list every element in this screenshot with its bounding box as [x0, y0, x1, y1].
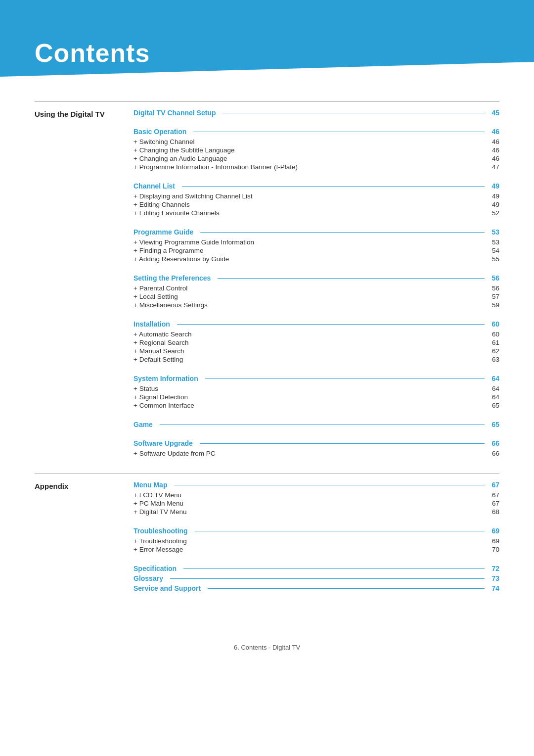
header-band: Contents — [0, 0, 534, 77]
toc-item-page-0-1-0: 46 — [492, 138, 499, 145]
toc-header-page-0-4: 56 — [488, 274, 499, 282]
toc-item-0-5-2: + Manual Search62 — [134, 347, 499, 355]
toc-header-title-1-0: Menu Map — [134, 481, 171, 489]
toc-item-page-0-2-1: 49 — [492, 201, 499, 208]
toc-item-text-0-3-0: + Viewing Programme Guide Information — [134, 238, 254, 246]
toc-item-0-2-2: + Editing Favourite Channels52 — [134, 209, 499, 217]
toc-item-page-1-1-1: 70 — [492, 546, 499, 553]
toc-header-line-1-1 — [195, 531, 485, 531]
toc-item-text-0-5-1: + Regional Search — [134, 339, 188, 346]
toc-item-0-4-1: + Local Setting57 — [134, 292, 499, 301]
toc-item-0-5-0: + Automatic Search60 — [134, 330, 499, 338]
toc-simple-1-1: Glossary73 — [134, 574, 499, 582]
toc-header-line-0-1 — [193, 132, 485, 132]
toc-item-page-0-5-3: 63 — [492, 356, 499, 363]
toc-item-text-0-4-2: + Miscellaneous Settings — [134, 301, 208, 309]
toc-item-text-0-3-2: + Adding Reservations by Guide — [134, 255, 229, 263]
toc-item-page-0-4-0: 56 — [492, 284, 499, 292]
toc-header-0-2: Channel List49 — [134, 182, 499, 190]
toc-header-title-0-7: Game — [134, 421, 157, 428]
toc-item-0-6-1: + Signal Detection64 — [134, 393, 499, 401]
toc-item-text-0-6-0: + Status — [134, 385, 158, 392]
toc-item-text-1-1-1: + Error Message — [134, 546, 183, 553]
toc-group-0-0: Digital TV Channel Setup45 — [134, 109, 499, 117]
toc-item-page-1-0-0: 67 — [492, 491, 499, 499]
toc-header-title-0-8: Software Upgrade — [134, 439, 197, 447]
toc-simple-1-0: Specification72 — [134, 565, 499, 572]
toc-header-0-4: Setting the Preferences56 — [134, 274, 499, 282]
toc-header-page-0-1: 46 — [488, 128, 499, 136]
toc-item-page-0-4-2: 59 — [492, 301, 499, 309]
toc-item-0-1-3: + Programme Information - Information Ba… — [134, 163, 499, 171]
toc-header-1-1: Troubleshooting69 — [134, 527, 499, 535]
toc-header-page-0-5: 60 — [488, 320, 499, 328]
toc-group-1-1: Troubleshooting69+ Troubleshooting69+ Er… — [134, 527, 499, 554]
toc-header-line-0-6 — [205, 378, 485, 379]
toc-item-text-0-2-0: + Displaying and Switching Channel List — [134, 192, 253, 200]
toc-header-line-0-5 — [177, 324, 485, 325]
toc-item-page-0-2-0: 49 — [492, 192, 499, 200]
toc-item-page-0-1-1: 46 — [492, 146, 499, 154]
toc-item-page-0-3-1: 54 — [492, 247, 499, 254]
toc-item-1-1-1: + Error Message70 — [134, 545, 499, 554]
toc-item-page-0-1-3: 47 — [492, 163, 499, 171]
toc-header-0-6: System Information64 — [134, 375, 499, 382]
toc-item-text-0-4-0: + Parental Control — [134, 284, 187, 292]
toc-simple-title-1-1: Glossary — [134, 574, 167, 582]
toc-item-page-0-5-2: 62 — [492, 347, 499, 355]
toc-simple-title-1-2: Service and Support — [134, 584, 205, 592]
toc-item-text-0-4-1: + Local Setting — [134, 293, 178, 300]
toc-header-0-8: Software Upgrade66 — [134, 439, 499, 447]
toc-group-0-8: Software Upgrade66+ Software Update from… — [134, 439, 499, 458]
toc-header-0-3: Programme Guide53 — [134, 228, 499, 236]
toc-item-0-8-0: + Software Update from PC66 — [134, 449, 499, 458]
toc-item-page-0-5-1: 61 — [492, 339, 499, 346]
section-content-1: Menu Map67+ LCD TV Menu67+ PC Main Menu6… — [134, 481, 499, 594]
toc-simple-line-1-0 — [183, 568, 485, 569]
toc-item-0-5-1: + Regional Search61 — [134, 338, 499, 347]
toc-item-text-0-2-2: + Editing Favourite Channels — [134, 209, 220, 217]
toc-item-text-1-0-1: + PC Main Menu — [134, 500, 183, 507]
toc-header-page-0-2: 49 — [488, 182, 499, 190]
toc-item-1-0-1: + PC Main Menu67 — [134, 499, 499, 508]
toc-item-text-0-5-2: + Manual Search — [134, 347, 184, 355]
toc-header-title-0-2: Channel List — [134, 182, 179, 190]
toc-header-0-5: Installation60 — [134, 320, 499, 328]
toc-item-0-1-2: + Changing an Audio Language46 — [134, 154, 499, 163]
toc-header-0-7: Game65 — [134, 421, 499, 428]
toc-item-text-0-1-2: + Changing an Audio Language — [134, 155, 227, 162]
toc-header-page-0-6: 64 — [488, 375, 499, 382]
toc-header-title-0-0: Digital TV Channel Setup — [134, 109, 220, 117]
toc-header-title-0-5: Installation — [134, 320, 174, 328]
section-1: AppendixMenu Map67+ LCD TV Menu67+ PC Ma… — [35, 473, 499, 594]
toc-item-text-1-1-0: + Troubleshooting — [134, 537, 187, 545]
toc-item-1-1-0: + Troubleshooting69 — [134, 537, 499, 545]
toc-item-text-0-5-3: + Default Setting — [134, 356, 183, 363]
section-content-0: Digital TV Channel Setup45Basic Operatio… — [134, 109, 499, 469]
toc-item-page-1-1-0: 69 — [492, 537, 499, 545]
toc-item-0-6-0: + Status64 — [134, 384, 499, 393]
toc-header-page-0-3: 53 — [488, 228, 499, 236]
toc-item-text-0-8-0: + Software Update from PC — [134, 450, 215, 457]
toc-item-0-3-0: + Viewing Programme Guide Information53 — [134, 238, 499, 246]
toc-item-page-0-6-1: 64 — [492, 393, 499, 401]
toc-group-0-5: Installation60+ Automatic Search60+ Regi… — [134, 320, 499, 364]
toc-header-title-0-6: System Information — [134, 375, 202, 382]
toc-item-text-0-2-1: + Editing Channels — [134, 201, 190, 208]
toc-group-1-0: Menu Map67+ LCD TV Menu67+ PC Main Menu6… — [134, 481, 499, 516]
toc-header-page-0-0: 45 — [488, 109, 499, 117]
toc-simple-title-1-0: Specification — [134, 565, 180, 572]
toc-item-page-0-1-2: 46 — [492, 155, 499, 162]
toc-item-page-0-2-2: 52 — [492, 209, 499, 217]
toc-header-1-0: Menu Map67 — [134, 481, 499, 489]
toc-simple-1-2: Service and Support74 — [134, 584, 499, 592]
toc-item-0-4-2: + Miscellaneous Settings59 — [134, 301, 499, 309]
toc-item-page-0-6-0: 64 — [492, 385, 499, 392]
toc-item-0-2-1: + Editing Channels49 — [134, 200, 499, 209]
toc-item-0-1-1: + Changing the Subtitle Language46 — [134, 146, 499, 154]
toc-header-title-1-1: Troubleshooting — [134, 527, 192, 535]
toc-item-page-0-6-2: 65 — [492, 402, 499, 409]
toc-simple-page-1-1: 73 — [488, 574, 499, 582]
toc-item-page-0-8-0: 66 — [492, 450, 499, 457]
toc-item-text-0-1-0: + Switching Channel — [134, 138, 194, 145]
